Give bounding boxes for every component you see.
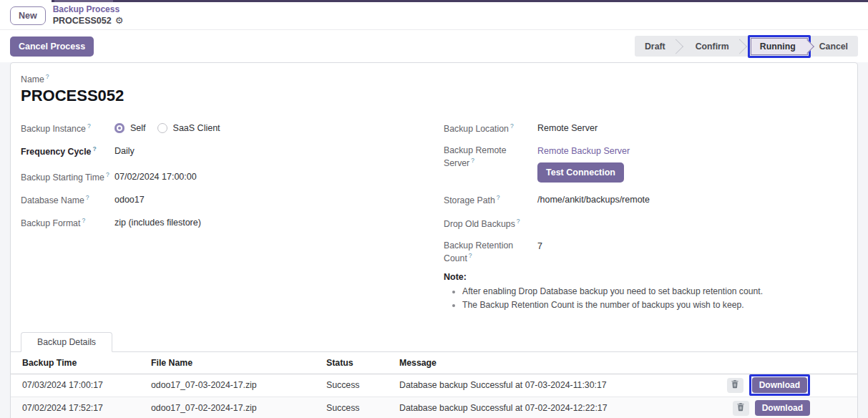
cell-file-name: odoo17_07-02-2024-17.zip	[151, 403, 326, 413]
cancel-process-button[interactable]: Cancel Process	[10, 37, 94, 57]
record-name: PROCESS052	[53, 16, 112, 27]
backup-instance-label: Backup Instance?	[21, 122, 114, 135]
breadcrumb-bar: New Backup Process PROCESS052 ⚙	[0, 2, 868, 30]
record-title[interactable]: PROCESS052	[21, 87, 847, 105]
storage-path-label-text: Storage Path	[444, 196, 495, 206]
right-column: Backup Location? Remote Server Backup Re…	[424, 122, 847, 314]
note-item: After enabling Drop Database backup you …	[462, 286, 847, 296]
cell-status: Success	[326, 403, 399, 413]
backup-starting-time-value[interactable]: 07/02/2024 17:00:00	[114, 171, 197, 183]
backup-retention-count-value[interactable]: 7	[537, 240, 542, 252]
name-label: Name?	[21, 73, 847, 84]
frequency-cycle-value[interactable]: Daily	[114, 145, 135, 157]
help-icon[interactable]: ?	[469, 252, 472, 259]
navbar-sliver-dark	[52, 0, 868, 2]
status-step-draft[interactable]: Draft	[635, 36, 676, 57]
backup-retention-count-label-text: Backup Retention Count	[444, 240, 513, 263]
cell-actions: Download	[721, 400, 857, 416]
storage-path-label: Storage Path?	[444, 194, 537, 207]
left-column: Backup Instance? Self SaaS Client Freque…	[21, 122, 424, 314]
table-row[interactable]: 07/03/2024 17:00:17 odoo17_07-03-2024-17…	[11, 374, 857, 397]
header-message[interactable]: Message	[399, 358, 721, 368]
storage-path-value[interactable]: /home/ankit/backups/remote	[537, 194, 650, 205]
backup-location-label: Backup Location?	[444, 122, 537, 135]
note-block: Note: After enabling Drop Database backu…	[444, 272, 847, 310]
name-label-text: Name	[21, 74, 44, 84]
trash-icon	[736, 402, 745, 414]
header-status[interactable]: Status	[326, 358, 399, 368]
note-title: Note:	[444, 272, 847, 282]
backup-location-label-text: Backup Location	[444, 124, 509, 134]
help-icon[interactable]: ?	[510, 122, 514, 130]
statusbar: Draft Confirm Running Cancel	[635, 36, 858, 57]
help-icon[interactable]: ?	[82, 217, 85, 224]
radio-self-selected[interactable]	[114, 123, 125, 133]
test-connection-button[interactable]: Test Connection	[537, 162, 624, 183]
field-columns: Backup Instance? Self SaaS Client Freque…	[21, 122, 847, 314]
help-icon[interactable]: ?	[497, 194, 500, 201]
status-step-confirm[interactable]: Confirm	[686, 36, 739, 57]
backup-starting-time-label: Backup Starting Time?	[21, 171, 114, 184]
backup-remote-server-label-text: Backup Remote Server	[444, 145, 507, 168]
backup-format-value[interactable]: zip (includes filestore)	[114, 217, 201, 228]
backup-instance-label-text: Backup Instance	[21, 124, 86, 134]
radio-saas-client[interactable]	[157, 123, 167, 133]
backup-format-label-text: Backup Format	[21, 219, 80, 229]
gear-icon[interactable]: ⚙	[115, 15, 124, 26]
cell-actions: Download	[721, 378, 857, 393]
remote-server-link[interactable]: Remote Backup Server	[537, 146, 630, 156]
field-drop-old-backups: Drop Old Backups?	[444, 218, 847, 230]
help-icon[interactable]: ?	[106, 171, 109, 178]
tab-backup-details[interactable]: Backup Details	[21, 332, 112, 352]
drop-old-backups-label: Drop Old Backups?	[444, 218, 537, 230]
download-button[interactable]: Download	[752, 377, 807, 393]
status-step-cancel[interactable]: Cancel	[809, 36, 858, 57]
field-backup-remote-server: Backup Remote Server? Remote Backup Serv…	[444, 145, 847, 183]
field-storage-path: Storage Path? /home/ankit/backups/remote	[444, 194, 847, 207]
new-button[interactable]: New	[10, 6, 46, 25]
notebook: Backup Details Backup Time File Name Sta…	[11, 332, 857, 418]
delete-button[interactable]	[733, 401, 749, 416]
delete-button[interactable]	[727, 378, 743, 393]
help-icon[interactable]: ?	[46, 73, 49, 80]
database-name-label-text: Database Name	[21, 195, 84, 205]
header-backup-time[interactable]: Backup Time	[11, 358, 151, 368]
help-icon[interactable]: ?	[471, 157, 474, 164]
navbar-sliver-light	[54, 0, 113, 2]
backup-format-label: Backup Format?	[21, 217, 114, 230]
table-row[interactable]: 07/02/2024 17:52:17 odoo17_07-02-2024-17…	[11, 397, 857, 418]
cell-backup-time: 07/02/2024 17:52:17	[11, 403, 151, 413]
field-frequency-cycle: Frequency Cycle? Daily	[21, 145, 424, 158]
help-icon[interactable]: ?	[87, 122, 91, 130]
status-step-running-active[interactable]: Running	[751, 38, 808, 55]
header-file-name[interactable]: File Name	[151, 358, 326, 368]
sheet-area: Name? PROCESS052 Backup Instance? Self	[0, 62, 868, 418]
annotation-box-download: Download	[749, 374, 810, 396]
annotation-box-running: Running	[748, 35, 811, 58]
field-backup-format: Backup Format? zip (includes filestore)	[21, 217, 424, 230]
backup-starting-time-label-text: Backup Starting Time	[21, 172, 104, 183]
cell-message: Database backup Successful at 07-03-2024…	[399, 380, 721, 390]
breadcrumb: Backup Process PROCESS052 ⚙	[53, 4, 124, 26]
backup-instance-radios: Self SaaS Client	[114, 122, 226, 134]
backup-location-value[interactable]: Remote Server	[537, 122, 598, 134]
frequency-cycle-label: Frequency Cycle?	[21, 145, 114, 158]
breadcrumb-model-link[interactable]: Backup Process	[53, 4, 124, 15]
help-icon[interactable]: ?	[86, 194, 89, 201]
cell-backup-time: 07/03/2024 17:00:17	[11, 380, 151, 390]
help-icon[interactable]: ?	[92, 145, 96, 152]
help-icon[interactable]: ?	[517, 218, 520, 225]
radio-saas-client-label[interactable]: SaaS Client	[173, 122, 220, 134]
cell-message: Database backup Successful at 07-02-2024…	[399, 403, 721, 413]
frequency-cycle-label-text: Frequency Cycle	[21, 147, 91, 157]
database-name-value[interactable]: odoo17	[114, 194, 145, 205]
download-button[interactable]: Download	[755, 400, 810, 416]
trash-icon	[731, 379, 739, 391]
tab-strip: Backup Details	[11, 332, 857, 352]
field-backup-retention-count: Backup Retention Count? 7	[444, 240, 847, 265]
field-backup-instance: Backup Instance? Self SaaS Client	[21, 122, 424, 135]
chevron-right-icon	[739, 36, 749, 57]
radio-self-label[interactable]: Self	[130, 122, 146, 134]
field-database-name: Database Name? odoo17	[21, 194, 424, 207]
chevron-right-icon	[676, 36, 686, 57]
